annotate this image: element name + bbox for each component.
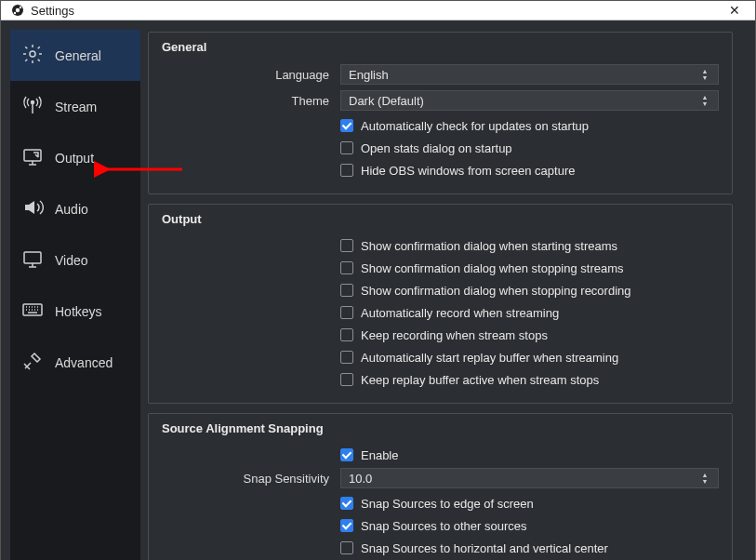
chevron-up-icon[interactable]: ▲ — [699, 472, 710, 478]
theme-label: Theme — [162, 94, 329, 108]
sidebar-item-stream[interactable]: Stream — [10, 81, 140, 132]
checkbox-label: Show confirmation dialog when stopping s… — [361, 261, 624, 275]
panel-output: Output Show confirmation dialog when sta… — [148, 204, 733, 404]
snap-sensitivity-input[interactable]: 10.0 ▲▼ — [340, 468, 719, 488]
theme-select[interactable]: Dark (Default) ▲▼ — [340, 90, 719, 111]
titlebar: Settings ✕ — [1, 1, 755, 20]
auto-record-checkbox[interactable] — [340, 306, 353, 319]
open-stats-checkbox[interactable] — [340, 141, 353, 154]
confirm-stop-stream-checkbox[interactable] — [340, 261, 353, 274]
settings-window: Settings ✕ General Stream Output Audio — [0, 0, 756, 560]
close-icon[interactable]: ✕ — [723, 1, 746, 20]
language-label: Language — [162, 68, 329, 82]
gear-icon — [21, 43, 44, 68]
confirm-start-stream-checkbox[interactable] — [340, 239, 353, 252]
panel-title: Output — [162, 212, 719, 226]
snap-other-sources-checkbox[interactable] — [340, 519, 353, 532]
chevron-up-icon: ▲ — [699, 94, 710, 100]
sidebar-item-audio[interactable]: Audio — [10, 183, 140, 234]
keep-replay-checkbox[interactable] — [340, 373, 353, 386]
chevron-down-icon: ▼ — [699, 74, 710, 81]
app-icon — [10, 3, 25, 18]
panel-general: General Language English ▲▼ Theme Dark (… — [148, 32, 733, 194]
sidebar: General Stream Output Audio Video Hotkey… — [10, 30, 140, 560]
sidebar-item-label: Hotkeys — [55, 304, 102, 319]
checkbox-label: Automatically check for updates on start… — [361, 119, 589, 133]
panel-snapping: Source Alignment Snapping Enable Snap Se… — [148, 413, 733, 560]
keyboard-icon — [21, 299, 44, 324]
chevron-up-icon: ▲ — [699, 68, 710, 74]
svg-rect-7 — [24, 252, 41, 263]
sidebar-item-label: Video — [55, 253, 88, 268]
panel-title: Source Alignment Snapping — [162, 421, 719, 435]
sidebar-item-general[interactable]: General — [10, 30, 140, 81]
snap-enable-checkbox[interactable] — [340, 448, 353, 461]
snap-center-checkbox[interactable] — [340, 541, 353, 554]
sidebar-item-label: General — [55, 48, 101, 63]
sidebar-item-label: Advanced — [55, 355, 113, 370]
auto-update-checkbox[interactable] — [340, 119, 353, 132]
svg-point-4 — [30, 51, 35, 57]
checkbox-label: Snap Sources to edge of screen — [361, 497, 534, 511]
window-title: Settings — [31, 4, 74, 18]
sidebar-item-label: Stream — [55, 100, 97, 114]
checkbox-label: Enable — [361, 448, 398, 462]
sidebar-item-label: Audio — [55, 202, 88, 217]
checkbox-label: Keep replay buffer active when stream st… — [361, 373, 599, 387]
snap-sensitivity-label: Snap Sensitivity — [162, 472, 329, 486]
svg-point-3 — [14, 12, 16, 14]
checkbox-label: Open stats dialog on startup — [361, 141, 512, 155]
speaker-icon — [21, 196, 44, 221]
checkbox-label: Automatically start replay buffer when s… — [361, 351, 618, 365]
sidebar-item-advanced[interactable]: Advanced — [10, 337, 140, 388]
checkbox-label: Snap Sources to horizontal and vertical … — [361, 541, 608, 555]
chevron-down-icon: ▼ — [699, 100, 710, 107]
panel-title: General — [162, 40, 719, 54]
sidebar-item-hotkeys[interactable]: Hotkeys — [10, 286, 140, 337]
checkbox-label: Show confirmation dialog when starting s… — [361, 239, 617, 253]
svg-point-2 — [20, 7, 21, 8]
checkbox-label: Snap Sources to other sources — [361, 519, 527, 533]
monitor-out-icon — [21, 145, 44, 170]
checkbox-label: Keep recording when stream stops — [361, 328, 548, 342]
checkbox-label: Automatically record when streaming — [361, 306, 559, 320]
sidebar-item-output[interactable]: Output — [10, 132, 140, 183]
settings-scroll[interactable]: General Language English ▲▼ Theme Dark (… — [140, 30, 746, 560]
keep-recording-checkbox[interactable] — [340, 328, 353, 341]
confirm-stop-recording-checkbox[interactable] — [340, 284, 353, 297]
checkbox-label: Show confirmation dialog when stopping r… — [361, 284, 631, 298]
snap-screen-edge-checkbox[interactable] — [340, 497, 353, 510]
tools-icon — [21, 350, 44, 375]
sidebar-item-label: Output — [55, 151, 94, 166]
auto-replay-checkbox[interactable] — [340, 351, 353, 364]
language-select[interactable]: English ▲▼ — [340, 64, 719, 85]
checkbox-label: Hide OBS windows from screen capture — [361, 164, 575, 178]
svg-point-1 — [16, 8, 20, 12]
hide-obs-checkbox[interactable] — [340, 164, 353, 177]
chevron-down-icon[interactable]: ▼ — [699, 478, 710, 485]
monitor-icon — [21, 247, 44, 273]
sidebar-item-video[interactable]: Video — [10, 234, 140, 286]
antenna-icon — [21, 94, 44, 119]
